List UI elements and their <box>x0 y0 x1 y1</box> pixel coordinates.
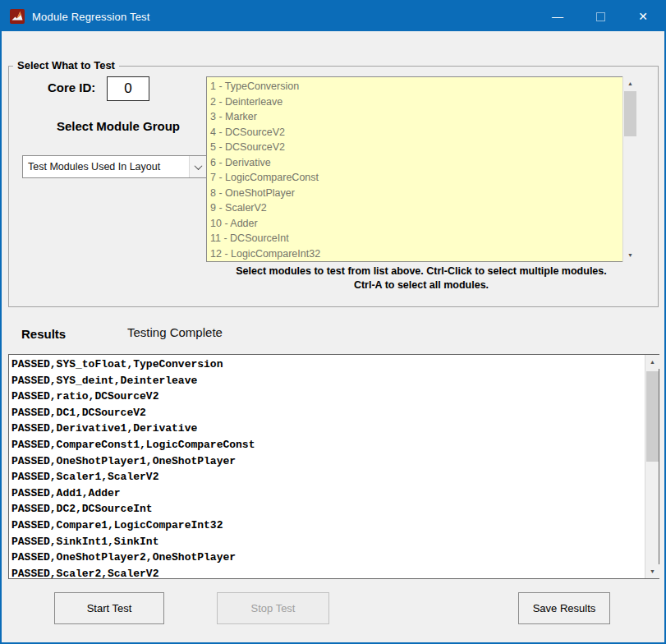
window-controls: — ✕ <box>536 2 664 31</box>
result-line[interactable]: PASSED,SYS_deint,Deinterleave <box>11 373 642 389</box>
result-line[interactable]: PASSED,ratio,DCSourceV2 <box>11 389 642 405</box>
scrollbar-thumb[interactable] <box>646 371 659 462</box>
module-list-scrollbar[interactable]: ▲ ▼ <box>622 76 636 262</box>
module-list-item[interactable]: 11 - DCSourceInt <box>210 231 619 246</box>
minimize-button[interactable]: — <box>536 2 579 31</box>
module-listbox[interactable]: 1 - TypeConversion2 - Deinterleave3 - Ma… <box>206 76 636 262</box>
save-results-button[interactable]: Save Results <box>518 592 610 624</box>
core-id-label: Core ID: <box>48 80 95 94</box>
results-scrollbar[interactable]: ▲ ▼ <box>645 355 659 578</box>
module-list-item[interactable]: 1 - TypeConversion <box>210 79 619 94</box>
matlab-icon <box>10 9 25 24</box>
scroll-down-icon[interactable]: ▼ <box>623 248 637 262</box>
scrollbar-thumb[interactable] <box>624 91 636 136</box>
module-list-item[interactable]: 3 - Marker <box>210 109 619 125</box>
module-list-item[interactable]: 9 - ScalerV2 <box>210 200 619 216</box>
result-line[interactable]: PASSED,SinkInt1,SinkInt <box>11 534 642 550</box>
module-group-selected-value: Test Modules Used In Layout <box>23 161 189 172</box>
scroll-up-icon[interactable]: ▲ <box>645 355 659 369</box>
select-what-to-test-panel: Select What to Test Core ID: Select Modu… <box>8 66 659 307</box>
core-id-input[interactable] <box>107 76 149 101</box>
maximize-icon <box>596 12 605 21</box>
hint-line-2: Ctrl-A to select all modules. <box>206 278 636 292</box>
chevron-down-icon[interactable] <box>189 156 207 177</box>
start-test-button[interactable]: Start Test <box>54 592 164 624</box>
title-bar: Module Regression Test — ✕ <box>2 2 664 31</box>
module-list-item[interactable]: 5 - DCSourceV2 <box>210 140 619 155</box>
result-line[interactable]: PASSED,Derivative1,Derivative <box>11 421 642 437</box>
maximize-button[interactable] <box>579 2 622 31</box>
module-group-dropdown[interactable]: Test Modules Used In Layout <box>22 155 208 178</box>
result-line[interactable]: PASSED,DC1,DCSourceV2 <box>11 405 642 421</box>
module-list-item[interactable]: 6 - Derivative <box>210 155 619 171</box>
result-line[interactable]: PASSED,Scaler1,ScalerV2 <box>11 469 642 485</box>
scroll-up-icon[interactable]: ▲ <box>623 76 637 90</box>
results-label: Results <box>21 327 66 341</box>
result-line[interactable]: PASSED,OneShotPlayer2,OneShotPlayer <box>11 550 642 566</box>
result-line[interactable]: PASSED,Scaler2,ScalerV2 <box>11 566 642 579</box>
stop-test-button[interactable]: Stop Test <box>217 592 329 624</box>
module-list-item[interactable]: 10 - Adder <box>210 216 619 232</box>
module-list-item[interactable]: 4 - DCSourceV2 <box>210 125 619 140</box>
window-title: Module Regression Test <box>32 11 150 23</box>
result-line[interactable]: PASSED,SYS_toFloat,TypeConversion <box>11 356 642 373</box>
testing-status-text: Testing Complete <box>127 325 223 339</box>
result-line[interactable]: PASSED,Add1,Adder <box>11 485 642 502</box>
results-listbox[interactable]: PASSED,SYS_toFloat,TypeConversionPASSED,… <box>8 354 659 579</box>
result-line[interactable]: PASSED,OneShotPlayer1,OneShotPlayer <box>11 453 642 470</box>
close-button[interactable]: ✕ <box>622 2 664 31</box>
module-select-hint: Select modules to test from list above. … <box>206 264 636 292</box>
app-window: Module Regression Test — ✕ Select What t… <box>0 0 666 644</box>
module-list-item[interactable]: 12 - LogicCompareInt32 <box>210 246 619 262</box>
panel-legend: Select What to Test <box>13 59 119 71</box>
module-list-item[interactable]: 7 - LogicCompareConst <box>210 170 619 186</box>
module-group-label: Select Module Group <box>40 119 196 133</box>
hint-line-1: Select modules to test from list above. … <box>206 264 636 278</box>
module-list-item[interactable]: 2 - Deinterleave <box>210 94 619 110</box>
module-list-item[interactable]: 8 - OneShotPlayer <box>210 186 619 201</box>
result-line[interactable]: PASSED,Compare1,LogicCompareInt32 <box>11 518 642 534</box>
scroll-down-icon[interactable]: ▼ <box>645 564 659 578</box>
result-line[interactable]: PASSED,CompareConst1,LogicCompareConst <box>11 437 642 453</box>
result-line[interactable]: PASSED,DC2,DCSourceInt <box>11 501 642 518</box>
